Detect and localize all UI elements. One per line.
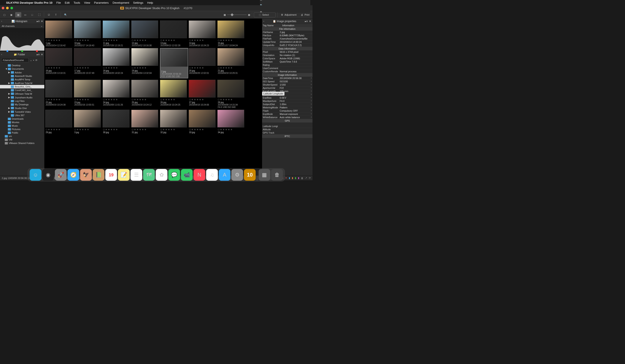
dock-news[interactable]: N [194, 169, 205, 181]
single-view-button[interactable]: ▢ [1, 12, 7, 17]
dock-music[interactable]: ♫ [206, 169, 218, 181]
status-sync-icon[interactable]: ⟳ [309, 177, 311, 179]
thumbnail-item[interactable]: ★★★★★17.jpg2016/01/20 15:57:49 [74, 48, 102, 78]
thumbnail-item[interactable]: ★★★★★28.jpg2014/09/08 14:15:34F4.0 1/80 … [217, 80, 246, 108]
thumbnail-item[interactable]: ★★★★★21.jpg2016/04/18 10:29:31 [217, 48, 246, 78]
thumbnail-item[interactable]: ★★★★★13.jpg2015/09/13 12:02:28 [160, 20, 188, 47]
close-window-button[interactable] [2, 7, 4, 9]
dock-appstore[interactable]: A [219, 169, 231, 181]
thumbnail-item[interactable]: ★★★★★30.jpg [103, 110, 131, 134]
menu-file[interactable]: File [56, 1, 61, 4]
check-tool-button[interactable]: ☑ [46, 12, 52, 17]
thumbnail-item[interactable]: ★★★★★31.jpg [131, 110, 159, 134]
menu-tools[interactable]: Tools [73, 1, 80, 4]
thumbnail-item[interactable]: ★★★★★15.jpg2015/11/17 10:04:24 [217, 20, 246, 47]
folder-tree-item[interactable]: Downloads [0, 117, 44, 120]
filmstrip-view-button[interactable]: ▭ [22, 12, 28, 17]
thumbnail-item[interactable]: ★★★★★11.jpg2015/07/28 12:19:21 [103, 20, 131, 47]
menu-edit[interactable]: Edit [65, 1, 69, 4]
close-panel-icon[interactable]: ✕ [41, 53, 43, 56]
select-mode-button[interactable]: ⬚ Select [254, 12, 276, 17]
thumbnail-item[interactable]: ★★★★★1.jpg2015/10/14 12:16:42 [45, 20, 73, 47]
folder-tree-item[interactable]: Log Files [0, 99, 44, 103]
status-label-green[interactable]: ▮ [295, 177, 296, 179]
dock-facetime[interactable]: 📹 [181, 169, 193, 181]
text-tool-button[interactable]: T [53, 12, 59, 17]
folder-path-input[interactable] [1, 58, 29, 62]
folder-tree-item[interactable]: Pictures [0, 128, 44, 131]
folder-tree-item[interactable]: ▼Documents [0, 67, 44, 71]
folder-tree-item[interactable]: VMware Shared Folders [0, 141, 44, 145]
thumbnail-item[interactable]: ★★★★★12.jpg2015/10/12 10:16:30 [131, 20, 159, 47]
loupe-tool-button[interactable]: 🔍 [62, 12, 69, 17]
folder-tree-item[interactable]: ▶Studio One [0, 106, 44, 110]
dock-reminders[interactable]: ☰ [131, 169, 142, 181]
status-reject-icon[interactable]: ✕ [285, 177, 287, 179]
menu-view[interactable]: View [84, 1, 90, 4]
close-panel-icon[interactable]: ✕ [309, 20, 311, 23]
folder-tree-item[interactable]: VM [0, 138, 44, 141]
compare-view-button[interactable]: ▣ [8, 12, 14, 17]
status-label-purple[interactable]: ▮ [298, 177, 299, 179]
chevron-right-icon[interactable]: › [263, 20, 264, 22]
thumbnail-item[interactable]: ★★★★★2.jpg2013/03/08 20:56:30F22 1/160 I… [160, 48, 188, 78]
print-button[interactable]: 🖨 Print [299, 13, 311, 16]
grid-view-button[interactable]: ▦ [15, 12, 21, 17]
folder-tree-item[interactable]: Aiseesoft Studio [0, 74, 44, 78]
app-name[interactable]: SILKYPIX Developer Studio Pro 10 [6, 1, 52, 4]
thumbnail-item[interactable]: ★★★★★32.jpg [160, 110, 188, 134]
status-label-blue[interactable]: ▮ [289, 177, 290, 179]
dock-siri[interactable]: ◉ [42, 169, 54, 181]
status-trash-icon[interactable]: 🗑 [301, 177, 303, 179]
refresh-icon[interactable]: ⟳ [35, 59, 37, 62]
dock-safari[interactable]: 🧭 [68, 169, 79, 181]
thumbnail-item[interactable]: ★★★★★20.jpg2015/09/28 12:02:01 [189, 48, 217, 78]
thumbnail-item[interactable]: ★★★★★24.jpg2016/02/09 11:01:26 [103, 80, 131, 108]
folder-tree-item[interactable]: ▶DRmare Tidal M [0, 92, 44, 96]
dock-trash[interactable]: 🗑 [271, 169, 283, 181]
dock-photos[interactable]: ✿ [156, 169, 168, 181]
dock-messages[interactable]: 💬 [168, 169, 180, 181]
dock-calendar[interactable]: 19 [105, 169, 117, 181]
thumbnail-item[interactable]: ★★★★★22.jpg2016/04/18 10:24:38 [45, 80, 73, 108]
folder-tree-item[interactable]: vm [0, 135, 44, 138]
panel-menu-icon[interactable]: ▸≡ [37, 20, 39, 23]
zoom-window-button[interactable] [10, 7, 13, 9]
dock-launchpad[interactable]: 🚀 [55, 169, 67, 181]
thumbnail-item[interactable]: ★★★★★34.jpg [217, 110, 246, 134]
dock-contacts[interactable]: 📗 [93, 169, 104, 181]
thumbnail-item[interactable]: ★★★★★18.jpg2016/03/28 14:02:24 [103, 48, 131, 78]
folder-tree-item[interactable]: Beautiful_Girls_ [0, 85, 44, 88]
menu-help[interactable]: Help [147, 1, 153, 4]
thumbnail-item[interactable]: ★★★★★26.jpg2016/04/18 10:24:25 [160, 80, 188, 108]
thumbnail-size-slider[interactable]: ▦ ▦ [224, 13, 250, 16]
dock-silkypix[interactable]: 10 [244, 169, 256, 181]
folder-tree-item[interactable]: ▶Joyoshare Audio [0, 96, 44, 99]
status-label-orange[interactable]: ▮ [292, 177, 293, 179]
thumbnail-item[interactable]: ★★★★★23.jpg2015/02/16 13:55:51 [74, 80, 102, 108]
folder-tree-item[interactable]: Movies [0, 120, 44, 124]
chevron-down-icon[interactable]: ⌄ [41, 25, 43, 27]
menu-settings[interactable]: Settings [133, 1, 143, 4]
channels-label[interactable]: All channels [2, 25, 15, 27]
dock-preview[interactable]: ▦ [259, 169, 270, 181]
thumbnail-item[interactable]: ★★★★★19.jpg2015/02/04 13:32:04 [131, 48, 159, 78]
fit-view-button[interactable]: □ [29, 12, 35, 17]
minimize-window-button[interactable] [6, 7, 9, 9]
folder-tree-item[interactable]: AnyMP4 Temp [0, 78, 44, 81]
panel-menu-icon[interactable]: ▸≡ [305, 20, 308, 23]
thumbnail-item[interactable]: ★★★★★16.jpg2015/12/28 13:18:31 [45, 48, 73, 78]
close-panel-icon[interactable]: ✕ [41, 20, 43, 23]
chevron-left-icon[interactable]: ‹ [1, 53, 2, 56]
folder-tree-item[interactable]: Desktop [0, 64, 44, 67]
thumbnail-item[interactable]: ★★★★★10.jpg2015/02/17 14:18:43 [74, 20, 102, 47]
dock-maps[interactable]: 🗺 [143, 169, 155, 181]
dock-notes[interactable]: 📝 [118, 169, 130, 181]
thumbnail-grid-area[interactable]: ★★★★★1.jpg2015/10/14 12:16:42★★★★★10.jpg… [44, 19, 262, 175]
thumbnail-item[interactable]: ★★★★★14.jpg2015/04/18 10:24:23 [189, 20, 217, 47]
adjustment-mode-button[interactable]: ⚙ Adjustment [279, 13, 298, 16]
thumbnail-item[interactable]: ★★★★★25.jpg2016/04/18 10:24:12 [131, 80, 159, 108]
panel-menu-icon[interactable]: ▸≡ [37, 53, 39, 56]
folder-tree-item[interactable]: CorelCAD_test_ [0, 88, 44, 92]
chevron-left-icon[interactable]: ‹ [1, 20, 2, 22]
